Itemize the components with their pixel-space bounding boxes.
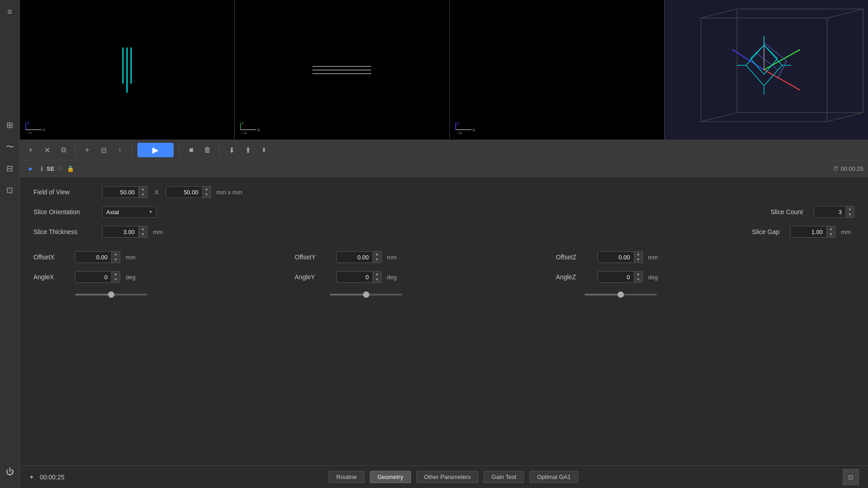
close-button[interactable]: ✕ — [41, 144, 53, 156]
tab-geometry[interactable]: Geometry — [370, 471, 411, 483]
offset-x-up[interactable]: ▲ — [112, 252, 120, 257]
fov-y-spinner: ▲ ▼ — [203, 187, 211, 197]
fov-x-input[interactable] — [103, 187, 139, 197]
clock-icon: ⏱ — [833, 165, 839, 172]
svg-text:→X: →X — [456, 131, 462, 134]
gap-down[interactable]: ▼ — [827, 232, 835, 237]
offset-z-input[interactable] — [598, 252, 634, 263]
offset-z-label: OffsetZ — [556, 253, 592, 261]
offset-y-down[interactable]: ▼ — [373, 257, 381, 263]
layers-icon[interactable]: ⊟ — [3, 161, 17, 176]
angle-z-down[interactable]: ▼ — [634, 277, 642, 282]
angle-y-down[interactable]: ▼ — [373, 277, 381, 282]
svg-text:Y: Y — [42, 128, 45, 132]
sidebar: ≡ ⊞ 〜 ⊟ ⊡ ⏻ — [0, 0, 20, 488]
tab-routine[interactable]: Routine — [329, 471, 364, 483]
angle-x-spinner: ▲ ▼ — [112, 272, 120, 282]
fov-y-up[interactable]: ▲ — [203, 187, 211, 192]
tab-optimal-ga1[interactable]: Optimal GA1 — [529, 471, 578, 483]
offset-x-down[interactable]: ▼ — [112, 257, 120, 263]
orientation-label: Slice Orientation — [33, 208, 97, 216]
gap-input-group: ▲ ▼ — [790, 226, 835, 238]
fov-x-up[interactable]: ▲ — [139, 187, 147, 192]
orientation-select[interactable]: Axial Sagittal Coronal — [102, 206, 156, 218]
gap-up[interactable]: ▲ — [827, 226, 835, 232]
angle-z-slider[interactable] — [585, 291, 657, 298]
spacer1 — [33, 246, 854, 251]
tab-gain-test[interactable]: Gain Test — [484, 471, 524, 483]
thickness-input[interactable] — [103, 226, 139, 237]
add-small-button[interactable]: + — [81, 144, 94, 156]
bottom-time: 00:00:25 — [40, 474, 65, 481]
toolbar-separator-3 — [179, 145, 179, 155]
angle-z-unit: deg — [648, 274, 662, 281]
sequence-name: SE — [47, 165, 54, 172]
angle-x-label: AngleX — [33, 273, 70, 281]
offset-x-group: ▲ ▼ — [75, 251, 120, 263]
arrow-button[interactable]: ↑ — [113, 144, 126, 156]
wave-icon[interactable]: 〜 — [3, 140, 17, 154]
angle-x-up[interactable]: ▲ — [112, 272, 120, 277]
bottom-right-icon[interactable]: ⊡ — [843, 469, 859, 485]
menu-icon[interactable]: ≡ — [3, 5, 17, 19]
play-button[interactable]: ▶ — [137, 143, 174, 157]
tab-other-parameters[interactable]: Other Parameters — [416, 471, 478, 483]
angle-z-input[interactable] — [598, 272, 634, 282]
angle-x-down[interactable]: ▼ — [112, 277, 120, 282]
grid-icon[interactable]: ⊞ — [3, 118, 17, 132]
slice-count-spinner: ▲ ▼ — [846, 206, 854, 217]
scan-lines-viewport2 — [312, 66, 371, 74]
copy-button[interactable]: ⧉ — [57, 144, 70, 156]
download-button[interactable]: ⬇ — [225, 144, 238, 156]
bottom-timer-icon: ✦ — [29, 474, 34, 481]
toolbar-separator-4 — [219, 145, 220, 155]
sequence-row: ▶ ℹ SE ⊞ 🔒 ⏱ 00:00:25 — [20, 160, 868, 177]
angle-z-up[interactable]: ▲ — [634, 272, 642, 277]
svg-line-25 — [701, 113, 737, 122]
fov-y-input[interactable] — [166, 187, 203, 197]
offset-z-down[interactable]: ▼ — [634, 257, 642, 263]
document-icon[interactable]: ⊡ — [3, 183, 17, 197]
thickness-up[interactable]: ▲ — [139, 226, 147, 232]
viewports-row: Z Y →Y Y X →X Z — [20, 0, 868, 140]
thickness-row: Slice Thickness ▲ ▼ mm Slice Gap ▲ ▼ mm — [33, 226, 854, 238]
layer-button[interactable]: ⊟ — [97, 144, 110, 156]
gap-input[interactable] — [791, 226, 827, 237]
fov-x-down[interactable]: ▼ — [139, 192, 147, 197]
angle-x-input[interactable] — [75, 272, 112, 282]
fov-y-down[interactable]: ▼ — [203, 192, 211, 197]
slice-count-up[interactable]: ▲ — [846, 206, 854, 212]
upload-button[interactable]: ⬆ — [241, 144, 254, 156]
stop-button[interactable]: ■ — [185, 144, 198, 156]
sequence-time-container: ⏱ 00:00:25 — [833, 165, 863, 172]
viewport-2: Y X →X — [235, 0, 449, 140]
angle-x-unit: deg — [126, 274, 139, 281]
offset-x-input[interactable] — [75, 252, 112, 263]
offset-y-up[interactable]: ▲ — [373, 252, 381, 257]
offset-y-group: ▲ ▼ — [336, 251, 382, 263]
slice-count-input[interactable] — [814, 206, 846, 217]
angle-y-spinner: ▲ ▼ — [373, 272, 381, 282]
slice-count-down[interactable]: ▼ — [846, 212, 854, 217]
offset-x-spinner: ▲ ▼ — [112, 252, 120, 263]
offset-y-spinner: ▲ ▼ — [373, 252, 381, 263]
power-icon[interactable]: ⏻ — [3, 465, 17, 479]
thickness-input-group: ▲ ▼ — [102, 226, 147, 238]
offset-z-up[interactable]: ▲ — [634, 252, 642, 257]
slice-count-input-group: ▲ ▼ — [814, 206, 854, 218]
angle-y-input[interactable] — [337, 272, 373, 282]
add-button[interactable]: + — [24, 144, 37, 156]
delete-button[interactable]: 🗑 — [201, 144, 214, 156]
wireframe-svg — [665, 0, 868, 140]
angle-x-slider[interactable] — [75, 291, 147, 298]
offset-y-input[interactable] — [337, 252, 373, 263]
toolbar: + ✕ ⧉ + ⊟ ↑ ▶ ■ 🗑 ⬇ ⬆ ⬆ — [20, 140, 868, 160]
angle-y-up[interactable]: ▲ — [373, 272, 381, 277]
thickness-down[interactable]: ▼ — [139, 232, 147, 237]
angle-y-slider[interactable] — [330, 291, 402, 298]
export-button[interactable]: ⬆ — [258, 144, 270, 156]
angle-y-label: AngleY — [295, 273, 331, 281]
bottom-bar: ✦ 00:00:25 Routine Geometry Other Parame… — [20, 465, 868, 488]
seq-play-button[interactable]: ▶ — [24, 162, 37, 175]
offset-y-label: OffsetY — [295, 253, 331, 261]
